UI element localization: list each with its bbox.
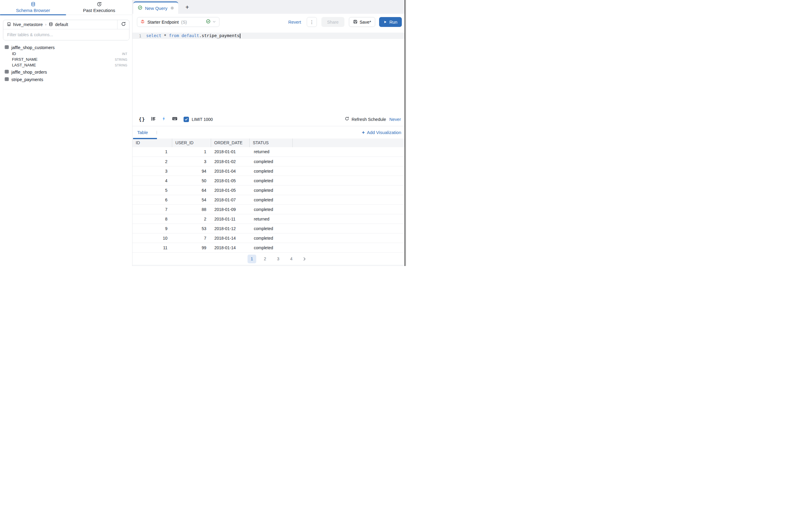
- sql-token: select: [146, 33, 161, 38]
- results-cell: returned: [249, 147, 292, 157]
- results-cell: returned: [249, 214, 292, 224]
- pagination-page-1[interactable]: 1: [248, 255, 256, 263]
- more-actions-button[interactable]: ⋮: [307, 17, 317, 27]
- add-query-tab-button[interactable]: +: [183, 3, 191, 11]
- horizontal-scrollbar-track[interactable]: [132, 265, 406, 266]
- limit-label: LIMIT 1000: [192, 117, 213, 122]
- refresh-schedule-icon: [345, 116, 349, 122]
- pagination-page-2[interactable]: 2: [261, 255, 270, 263]
- results-cell: 2018-01-14: [211, 243, 249, 253]
- check-circle-icon: [138, 5, 142, 11]
- add-visualization-button[interactable]: + Add Visualization: [362, 130, 401, 135]
- results-cell-empty: [292, 233, 406, 243]
- live-autocomplete-button[interactable]: [162, 116, 166, 122]
- pagination-page-3[interactable]: 3: [274, 255, 282, 263]
- results-cell: 54: [172, 195, 211, 205]
- table-row: 11992018-01-14completed: [132, 243, 406, 253]
- results-cell: 50: [172, 176, 211, 185]
- results-cell: completed: [249, 233, 292, 243]
- breadcrumb[interactable]: hive_metastore › default: [3, 20, 117, 29]
- table-row: 112018-01-01returned: [132, 147, 406, 157]
- endpoint-healthy-icon: [206, 19, 211, 25]
- column-type: INT: [122, 52, 127, 56]
- schema-column-row[interactable]: LAST_NAMESTRING: [4, 62, 127, 68]
- table-row: 1072018-01-14completed: [132, 233, 406, 243]
- kebab-icon: ⋮: [309, 19, 314, 25]
- limit-group: LIMIT 1000: [184, 117, 213, 122]
- tab-schema-browser[interactable]: Schema Browser: [0, 0, 66, 15]
- results-cell: 3: [172, 157, 211, 166]
- table-name: stripe_payments: [11, 77, 43, 82]
- sql-token: default: [182, 33, 199, 38]
- query-tab-new-query[interactable]: New Query: [133, 1, 178, 14]
- keyboard-shortcuts-button[interactable]: [172, 116, 178, 123]
- schema-column-row[interactable]: FIRST_NAMESTRING: [4, 57, 127, 62]
- add-visualization-label: Add Visualization: [367, 130, 401, 135]
- breadcrumb-catalog[interactable]: hive_metastore: [13, 22, 43, 27]
- refresh-schedule-label: Refresh Schedule: [352, 117, 386, 122]
- schema-column-row[interactable]: IDINT: [4, 51, 127, 57]
- autocomplete-toggle-button[interactable]: [151, 116, 156, 123]
- schema-table-row[interactable]: jaffle_shop_orders: [4, 69, 127, 75]
- tab-past-executions[interactable]: Past Executions: [66, 0, 132, 15]
- sql-code-text: select * from default.stripe_payments: [143, 33, 241, 38]
- run-button[interactable]: Run: [379, 17, 402, 27]
- results-tab-table[interactable]: Table: [137, 130, 148, 135]
- refresh-schedule-value[interactable]: Never: [389, 117, 401, 122]
- sql-token: [161, 33, 164, 38]
- results-cell: completed: [249, 243, 292, 253]
- filter-row: [3, 29, 129, 40]
- revert-button[interactable]: Revert: [288, 20, 301, 25]
- share-button[interactable]: Share: [321, 17, 344, 27]
- endpoint-status: [206, 19, 216, 25]
- results-cell: 2018-01-09: [211, 205, 249, 214]
- editor-active-line[interactable]: 1 select * from default.stripe_payments: [132, 33, 406, 39]
- results-cell: 64: [172, 185, 211, 195]
- floppy-icon: [353, 19, 358, 25]
- pagination-next-button[interactable]: [300, 255, 309, 263]
- format-query-button[interactable]: {}: [139, 116, 145, 122]
- results-cell: 94: [172, 166, 211, 176]
- sql-editor[interactable]: 1 select * from default.stripe_payments: [132, 30, 406, 113]
- results-cell-empty: [292, 147, 406, 157]
- table-row: 232018-01-02completed: [132, 157, 406, 166]
- results-cell-empty: [292, 214, 406, 224]
- run-button-label: Run: [389, 20, 397, 25]
- results-cell: completed: [249, 157, 292, 166]
- sql-token: .: [199, 33, 202, 38]
- refresh-schema-button[interactable]: [117, 20, 129, 29]
- sql-token: from: [169, 33, 179, 38]
- endpoint-selector[interactable]: Starter Endpoint (S): [137, 17, 219, 27]
- results-column-header[interactable]: ID: [132, 139, 172, 147]
- schema-table-row[interactable]: stripe_payments: [4, 76, 127, 83]
- results-cell: 2018-01-14: [211, 233, 249, 243]
- schema-table-row[interactable]: jaffle_shop_customers: [4, 44, 127, 51]
- breadcrumb-schema[interactable]: default: [55, 22, 68, 27]
- window-scrollbar-edge[interactable]: [405, 0, 406, 266]
- results-column-header-empty: [292, 139, 406, 147]
- results-tab-active-underline: [133, 138, 157, 139]
- column-name: ID: [12, 52, 16, 56]
- results-cell: 88: [172, 205, 211, 214]
- table-row: 3942018-01-04completed: [132, 166, 406, 176]
- play-icon: [383, 20, 387, 25]
- results-table: IDUSER_IDORDER_DATESTATUS 112018-01-01re…: [132, 139, 406, 253]
- editor-toolbar: {}: [132, 113, 406, 126]
- filter-tables-input[interactable]: [3, 29, 129, 40]
- results-cell-empty: [292, 224, 406, 233]
- results-cell: completed: [249, 205, 292, 214]
- results-column-header[interactable]: ORDER_DATE: [211, 139, 249, 147]
- limit-checkbox[interactable]: [184, 117, 189, 122]
- table-row: 6542018-01-07completed: [132, 195, 406, 205]
- results-cell: 2018-01-01: [211, 147, 249, 157]
- pagination-page-4[interactable]: 4: [287, 255, 296, 263]
- results-column-header[interactable]: STATUS: [249, 139, 292, 147]
- results-cell: 7: [172, 233, 211, 243]
- results-cell-empty: [292, 166, 406, 176]
- column-name: FIRST_NAME: [12, 57, 38, 62]
- table-row: 822018-01-11returned: [132, 214, 406, 224]
- save-button[interactable]: Save*: [349, 17, 376, 27]
- schema-icon: [49, 22, 53, 27]
- visualization-kebab-icon[interactable]: ⋮: [155, 130, 159, 134]
- results-column-header[interactable]: USER_ID: [172, 139, 211, 147]
